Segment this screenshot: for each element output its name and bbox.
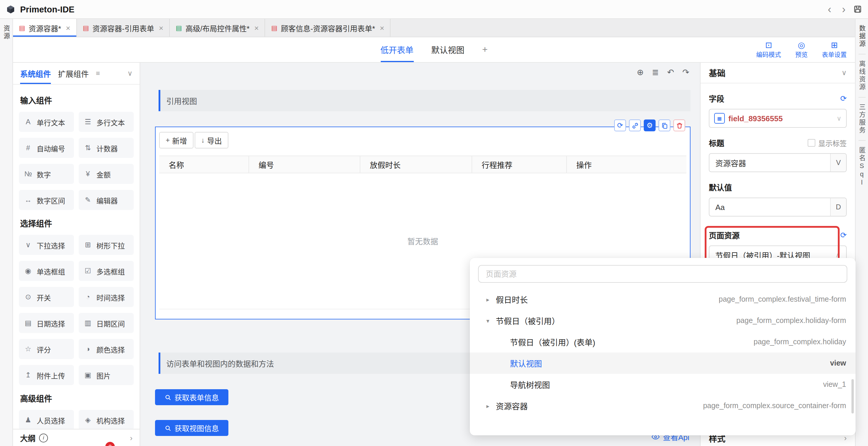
caret-right-icon[interactable]: ▸ [486,296,496,302]
close-icon[interactable]: × [254,23,259,32]
resource-tree-row[interactable]: 节假日（被引用）(表单) page_form_complex.holiday [470,331,856,353]
nav-back-icon[interactable]: ‹ [825,4,834,14]
component-item[interactable]: ▤日期选择 [19,313,74,333]
resource-search-box[interactable] [478,265,847,283]
palette-scroll-area: 输入组件 A单行文本 ☰多行文本 #自动编号 ⇅计数器 №数字 ¥金额 ↔数字区… [13,85,140,429]
component-item[interactable]: ♟人员选择 [19,410,74,429]
close-icon[interactable]: × [380,23,384,32]
editor-tab-2[interactable]: ▤ 资源容器-引用表单 × [77,19,170,37]
show-label-option[interactable]: 显示标签 [808,138,847,148]
tree-item-code: page_form_complex.holiday-form [736,316,846,325]
dock-item-anonymous-sql[interactable]: 匿名Sql [858,147,865,187]
default-value[interactable]: Aa [709,198,830,216]
outline-footer[interactable]: 大纲 i › [13,429,140,446]
add-row-button[interactable]: + 新增 [159,132,193,149]
get-view-info-button[interactable]: 获取视图信息 [155,420,228,436]
component-item[interactable]: ⇅计数器 [79,138,134,158]
component-item[interactable]: ▥日期区间 [79,313,134,333]
undo-icon[interactable]: ↶ [667,67,674,77]
component-item[interactable]: ☑多选框组 [79,261,134,281]
section-header-reference-view: 引用视图 [159,90,690,111]
export-button[interactable]: ↓ 导出 [195,132,228,149]
close-icon[interactable]: × [66,23,70,32]
caret-down-icon[interactable]: ▾ [486,317,496,324]
dock-item-offline-resource[interactable]: 离线资源 [858,60,865,91]
view-toolbar: 低开表单 默认视图 + ⊡ 编码模式 ◎ 预览 ⊞ 表单设置 [13,37,855,63]
show-label-checkbox[interactable] [808,139,815,147]
close-icon[interactable]: × [159,23,163,32]
save-icon[interactable] [853,5,862,13]
globe-icon[interactable]: ⊕ [637,67,644,77]
chevron-down-icon[interactable]: ∨ [841,69,847,77]
component-item[interactable]: #自动编号 [19,138,74,158]
tab-label: 资源容器* [29,22,61,33]
dock-item-third-party-service[interactable]: 三方服务 [858,103,865,134]
field-select[interactable]: ▦ field_89356555 ∨ [709,109,847,128]
component-item[interactable]: ⊙开关 [19,287,74,307]
sync-icon: ⟳ [617,121,623,130]
component-item[interactable]: ◈机构选择 [79,410,134,429]
component-item[interactable]: №数字 [19,164,74,184]
caret-right-icon[interactable]: ▸ [486,403,496,409]
component-label: 单行文本 [37,117,65,127]
group-header-basic[interactable]: 基础 ∨ [701,63,855,84]
component-item[interactable]: ◔时间选择 [79,287,134,307]
component-item[interactable]: ↔数字区间 [19,190,74,210]
resource-tree-row[interactable]: 导航树视图 view_1 [470,374,856,395]
component-item[interactable]: ¥金额 [79,164,134,184]
default-value-input[interactable]: Aa D [709,197,847,217]
chevron-right-icon[interactable]: › [130,433,132,442]
view-tab-form[interactable]: 低开表单 [380,37,413,62]
redo-icon[interactable]: ↷ [683,67,689,77]
title-input[interactable]: 资源容器 V [709,153,847,172]
code-mode-button[interactable]: ⊡ 编码模式 [756,41,781,59]
dock-item-datasource[interactable]: 数据源 [858,25,865,48]
get-form-info-button[interactable]: 获取表单信息 [155,389,228,405]
component-item[interactable]: ✎编辑器 [79,190,134,210]
dock-item-resource[interactable]: 资源 [3,25,10,40]
settings-button[interactable]: ⚙ [644,120,656,131]
refresh-icon[interactable]: ⟳ [840,231,847,240]
resource-tree-row[interactable]: ▸ 假日时长 page_form_complex.festival_time-f… [470,289,856,310]
resource-tree-row[interactable]: ▾ 节假日（被引用） page_form_complex.holiday-for… [470,310,856,331]
palette-collapse-icon[interactable]: ∨ [127,69,132,77]
component-item[interactable]: A单行文本 [19,112,74,132]
default-suffix-addon[interactable]: D [830,198,846,216]
link-button[interactable] [629,120,641,131]
component-item[interactable]: ◉单选框组 [19,261,74,281]
refresh-icon[interactable]: ⟳ [840,94,847,103]
palette-menu-icon[interactable]: ≡ [96,69,100,77]
editor-tab-4[interactable]: ▤ 顾客信息-资源容器引用表单* × [266,19,391,37]
form-doc-icon: ▤ [83,25,89,31]
component-item[interactable]: ☰多行文本 [79,112,134,132]
component-item[interactable]: ◑颜色选择 [79,339,134,359]
view-tab-default[interactable]: 默认视图 [431,37,464,62]
outline-tree-icon[interactable]: ≣ [652,67,659,77]
nav-forward-icon[interactable]: › [839,4,848,14]
component-label: 时间选择 [96,292,125,302]
component-item[interactable]: ⊞树形下拉 [79,235,134,255]
resource-tree-row[interactable]: ▸ 资源容器 page_form_complex.source_containe… [470,395,856,416]
resource-tree-row-selected[interactable]: 默认视图 view [470,353,856,374]
add-view-button[interactable]: + [482,44,488,55]
button-label: 导出 [207,134,222,146]
preview-button[interactable]: ◎ 预览 [795,41,808,59]
component-item[interactable]: ∨下拉选择 [19,235,74,255]
delete-button[interactable] [673,120,685,131]
table-header: 名称 [159,156,249,173]
form-settings-button[interactable]: ⊞ 表单设置 [822,41,847,59]
editor-tab-1[interactable]: ▤ 资源容器* × [13,19,77,37]
component-item[interactable]: ↥附件上传 [19,365,74,385]
copy-button[interactable] [658,120,671,131]
popup-scrollbar[interactable] [851,379,854,413]
palette-tab-extended[interactable]: 扩展组件 [58,63,89,84]
editor-tab-3[interactable]: ▤ 高级/布局控件属性* × [170,19,266,37]
sync-button[interactable]: ⟳ [614,120,626,131]
component-item[interactable]: ☆评分 [19,339,74,359]
table-header: 行程推荐 [472,156,567,173]
component-item[interactable]: ▣图片 [79,365,134,385]
resource-search-input[interactable] [485,269,841,279]
title-value[interactable]: 资源容器 [709,154,830,171]
palette-tab-system[interactable]: 系统组件 [20,63,51,84]
title-suffix-addon[interactable]: V [830,154,846,171]
